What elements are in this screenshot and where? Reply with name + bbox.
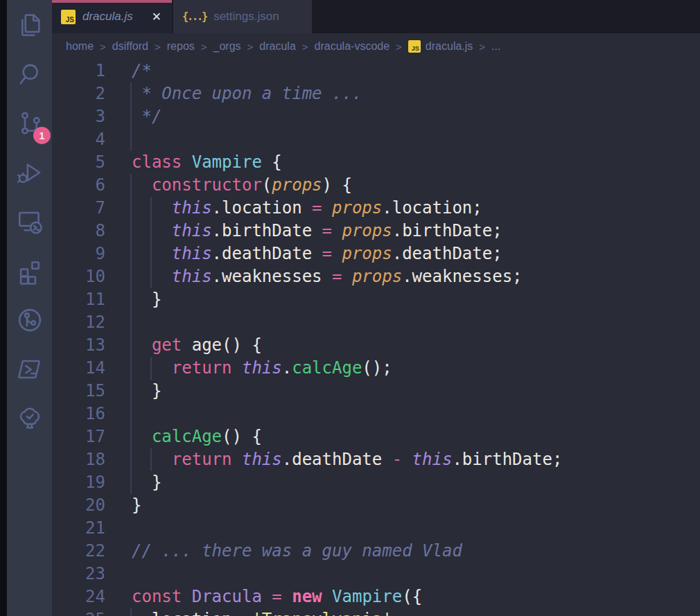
indent-guide [130,220,132,243]
breadcrumb-item[interactable]: ... [491,40,500,53]
code-editor[interactable]: 1/*2 * Once upon a time ...3 */45class V… [52,60,700,616]
code-token [182,152,191,172]
code-line[interactable]: 14 return this.calcAge(); [52,357,700,380]
breadcrumb-label: _orgs [213,40,241,53]
breadcrumb-item[interactable]: home [66,40,94,53]
close-icon[interactable]: ✕ [150,10,163,24]
code-line[interactable]: 3 */ [52,105,700,128]
code-line[interactable]: 8 this.birthDate = props.birthDate; [52,220,700,243]
line-number[interactable]: 25 [52,608,105,616]
indent-guide [150,220,152,243]
code-line[interactable]: 2 * Once upon a time ... [52,82,700,105]
breadcrumb-item[interactable]: repos [167,40,195,53]
line-number[interactable]: 3 [52,105,105,128]
breadcrumb-item[interactable]: dracula-vscode [315,40,390,53]
activitybar-item-git-graph[interactable] [7,295,52,344]
code-line[interactable]: 19 } [52,471,700,494]
indent-guide [150,243,152,265]
activitybar-item-powershell[interactable] [7,344,52,394]
line-number[interactable]: 10 [52,265,105,288]
code-content [132,403,700,425]
line-number[interactable]: 6 [52,174,105,197]
code-content: this.deathDate = props.deathDate; [132,243,700,265]
activitybar-item-explorer[interactable] [7,0,52,49]
code-line[interactable]: 18 return this.deathDate - this.birthDat… [52,448,700,471]
code-line[interactable]: 20} [52,494,700,517]
indent-guide [130,357,132,380]
code-line[interactable]: 21 [52,517,700,540]
breadcrumb-separator: > [302,41,308,53]
code-line[interactable]: 17 calcAge() { [52,425,700,448]
line-number[interactable]: 12 [52,311,105,334]
code-line[interactable]: 1/* [52,60,700,82]
line-number[interactable]: 9 [52,243,105,265]
code-token: , [392,610,402,616]
breadcrumb-item[interactable]: dsifford [112,40,148,53]
line-number[interactable]: 5 [52,151,105,174]
activitybar-item-search[interactable] [7,49,52,98]
activitybar-item-source-control[interactable]: 1 [7,98,52,148]
code-line[interactable]: 10 this.weaknesses = props.weaknesses; [52,265,700,288]
line-number[interactable]: 16 [52,403,105,425]
activitybar-item-testing[interactable] [7,394,52,443]
code-line[interactable]: 12 [52,311,700,334]
code-token: } [132,473,161,492]
activitybar-item-remote-explorer[interactable] [7,197,52,246]
indent-guide [130,471,132,494]
line-number[interactable]: 22 [52,540,105,563]
line-number[interactable]: 4 [52,128,105,151]
code-line[interactable]: 11 } [52,288,700,311]
code-token: * Once upon a time ... [132,84,362,103]
activitybar-item-extensions[interactable] [7,246,52,295]
code-line[interactable]: 9 this.deathDate = props.deathDate; [52,243,700,265]
code-token [332,244,342,263]
line-number[interactable]: 7 [52,197,105,220]
code-line[interactable]: 13 get age() { [52,334,700,357]
line-number[interactable]: 18 [52,448,105,471]
line-number[interactable]: 8 [52,220,105,243]
line-number[interactable]: 21 [52,517,105,540]
code-token: constructor [152,175,262,195]
code-content: */ [132,105,700,128]
line-number[interactable]: 17 [52,425,105,448]
indent-guide [150,357,152,380]
json-file-icon: {...} [182,10,207,23]
code-line[interactable]: 22// ... there was a guy named Vlad [52,540,700,563]
code-token: this [242,450,282,469]
indent-guide [150,265,152,288]
code-line[interactable]: 16 [52,403,700,425]
line-number[interactable]: 14 [52,357,105,380]
code-token [132,427,152,446]
line-number[interactable]: 1 [52,60,105,82]
code-line[interactable]: 15 } [52,380,700,403]
line-number[interactable]: 23 [52,563,105,586]
code-line[interactable]: 25 location: 'Transylvania', [52,608,700,616]
code-token: } [132,290,161,309]
line-number[interactable]: 19 [52,471,105,494]
line-number[interactable]: 13 [52,334,105,357]
tab-settings-json[interactable]: {...}settings.json [173,0,312,33]
code-line[interactable]: 6 constructor(props) { [52,174,700,197]
code-line[interactable]: 7 this.location = props.location; [52,197,700,220]
code-token [132,221,172,240]
code-line[interactable]: 5class Vampire { [52,151,700,174]
tab-dracula-js[interactable]: JSdracula.js✕ [52,0,172,33]
line-number[interactable]: 2 [52,82,105,105]
code-line[interactable]: 23 [52,563,700,586]
code-token: .weaknesses [212,267,332,286]
code-content: } [132,380,700,403]
js-file-icon: JS [408,40,421,53]
code-line[interactable]: 4 [52,128,700,151]
line-number[interactable]: 24 [52,586,105,608]
indent-guide [130,288,132,311]
line-number[interactable]: 20 [52,494,105,517]
code-line[interactable]: 24const Dracula = new Vampire({ [52,586,700,608]
code-token [232,358,242,378]
code-token: = [312,198,322,218]
breadcrumb-item[interactable]: dracula [259,40,295,53]
line-number[interactable]: 11 [52,288,105,311]
line-number[interactable]: 15 [52,380,105,403]
breadcrumb-item[interactable]: JSdracula.js [408,40,473,53]
activitybar-item-run-debug[interactable] [7,148,52,197]
breadcrumb-item[interactable]: _orgs [213,40,241,53]
